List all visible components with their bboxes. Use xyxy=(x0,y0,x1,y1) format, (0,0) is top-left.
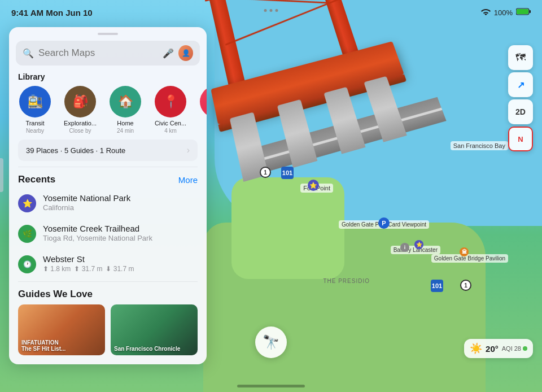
poi-fort-point[interactable]: ⭐ xyxy=(308,180,319,191)
recent-name-trail: Yosemite Creek Trailhead xyxy=(43,224,198,233)
library-label: Library xyxy=(9,66,207,86)
wifi-icon xyxy=(481,8,491,17)
explore-icon: 🎒 xyxy=(64,86,96,117)
home-sub: 24 min xyxy=(117,128,134,134)
directions-button[interactable]: ↗ xyxy=(508,72,533,97)
recent-icon-yosemite: ⭐ xyxy=(18,194,36,212)
mic-icon[interactable]: 🎤 xyxy=(163,48,174,59)
status-bar: 9:41 AM Mon Jun 10 100% xyxy=(0,0,542,25)
home-icon: 🏠 xyxy=(110,86,141,117)
guide-img-sf: San Francisco Chronicle xyxy=(111,304,198,355)
search-icon: 🔍 xyxy=(23,48,34,59)
dot-3 xyxy=(276,9,278,12)
guide-label-infatuation: INFATUATIONThe SF Hit List... xyxy=(21,339,65,352)
poi-battery[interactable]: ⭐ xyxy=(414,240,423,249)
recents-header: Recents More xyxy=(9,169,207,188)
guide-label-sf: San Francisco Chronicle xyxy=(114,346,180,352)
recent-meta-webster: ⬆ 1.8 km⬆ 31.7 m⬇ 31.7 m xyxy=(43,265,198,273)
drag-handle[interactable] xyxy=(98,33,118,35)
poi-parking[interactable]: P xyxy=(378,217,390,229)
status-right: 100% xyxy=(481,7,531,18)
civic-name: Civic Cen... xyxy=(155,120,186,127)
dot-2 xyxy=(270,9,273,12)
map-view-button[interactable]: 🗺 xyxy=(508,45,533,70)
poi-viewpoint[interactable]: i xyxy=(400,243,409,252)
recents-label: Recents xyxy=(18,174,55,185)
aqi-text: AQI 28 xyxy=(502,345,521,352)
battery-icon xyxy=(516,7,531,18)
svg-rect-1 xyxy=(530,10,531,13)
weather-icon: ☀️ xyxy=(470,342,482,355)
civic-icon: 📍 xyxy=(155,86,186,117)
aqi-dot xyxy=(523,346,527,351)
guides-section: Guides We Love INFATUATIONThe SF Hit Lis… xyxy=(9,284,207,358)
recent-name-yosemite: Yosemite National Park xyxy=(43,193,198,203)
home-name: Home xyxy=(117,120,133,127)
quick-action-transit[interactable]: 🚉 Transit Nearby xyxy=(16,86,54,134)
label-gg-pavilion: Golden Gate Bridge Pavilion xyxy=(431,254,508,263)
explore-name: Exploratio... xyxy=(64,120,97,127)
route1-shield: 1 xyxy=(460,280,471,291)
stats-chevron-icon: › xyxy=(187,145,190,155)
aqi-badge: AQI 28 xyxy=(502,345,527,352)
sidebar-panel: 🔍 🎤 👤 Library 🚉 Transit Nearby 🎒 Explora… xyxy=(9,27,207,364)
search-input[interactable] xyxy=(38,47,158,59)
recent-sub-yosemite: California xyxy=(43,203,198,212)
recent-icon-trail: 🌿 xyxy=(18,225,36,243)
weather-badge[interactable]: ☀️ 20° AQI 28 xyxy=(464,339,533,358)
quick-action-civic[interactable]: 📍 Civic Cen... 4 km xyxy=(151,86,190,134)
quick-action-more[interactable]: ＋ xyxy=(196,86,207,134)
dot-1 xyxy=(264,9,267,12)
recent-name-webster: Webster St xyxy=(43,254,198,264)
transit-name: Transit xyxy=(25,120,44,127)
quick-action-explore[interactable]: 🎒 Exploratio... Close by xyxy=(61,86,99,134)
top-dots xyxy=(264,9,278,12)
2d-view-button[interactable]: 2D xyxy=(508,99,533,124)
label-sf-bay: San Francisco Bay xyxy=(451,141,508,150)
home-indicator xyxy=(237,385,305,387)
map-controls: 🗺 ↗ 2D N xyxy=(508,45,533,151)
recent-item-yosemite-np[interactable]: ⭐ Yosemite National Park California xyxy=(9,188,207,218)
guide-img-infatuation: INFATUATIONThe SF Hit List... xyxy=(18,304,105,355)
recent-info-trail: Yosemite Creek Trailhead Tioga Rd, Yosem… xyxy=(43,224,198,242)
guide-card-sf-chronicle[interactable]: San Francisco Chronicle xyxy=(111,304,198,355)
recent-icon-webster: 🕐 xyxy=(18,255,36,273)
recent-item-webster[interactable]: 🕐 Webster St ⬆ 1.8 km⬆ 31.7 m⬇ 31.7 m xyxy=(9,249,207,279)
divider-2 xyxy=(18,281,198,282)
guide-card-infatuation[interactable]: INFATUATIONThe SF Hit List... xyxy=(18,304,105,355)
divider-1 xyxy=(18,167,198,167)
highway-shield-101-bottom: 101 xyxy=(431,280,443,292)
recents-more-link[interactable]: More xyxy=(178,175,198,185)
quick-action-home[interactable]: 🏠 Home 24 min xyxy=(106,86,145,134)
transit-icon: 🚉 xyxy=(19,86,51,117)
explore-sub: Close by xyxy=(69,128,91,134)
stats-row[interactable]: 39 Places · 5 Guides · 1 Route › xyxy=(18,140,198,161)
compass-button[interactable]: N xyxy=(508,127,533,151)
sidebar-edge[interactable] xyxy=(0,158,3,192)
recent-info-webster: Webster St ⬆ 1.8 km⬆ 31.7 m⬇ 31.7 m xyxy=(43,254,198,273)
label-presidio: THE PRESIDIO xyxy=(320,277,373,285)
poi-pavilion[interactable]: 🏛 xyxy=(460,247,469,256)
status-time: 9:41 AM Mon Jun 10 xyxy=(11,8,93,18)
recent-sub-trail: Tioga Rd, Yosemite National Park xyxy=(43,234,198,242)
route1-shield-top: 1 xyxy=(260,167,271,178)
svg-rect-2 xyxy=(517,9,528,14)
guides-label: Guides We Love xyxy=(18,289,198,300)
battery-percentage: 100% xyxy=(494,8,513,17)
civic-sub: 4 km xyxy=(164,128,177,134)
avatar[interactable]: 👤 xyxy=(178,45,193,61)
highway-shield-101-top: 101 xyxy=(281,167,294,179)
search-bar[interactable]: 🔍 🎤 👤 xyxy=(16,41,200,66)
more-icon: ＋ xyxy=(200,86,207,117)
transit-sub: Nearby xyxy=(26,128,44,134)
recent-info-yosemite: Yosemite National Park California xyxy=(43,193,198,212)
stats-text: 39 Places · 5 Guides · 1 Route xyxy=(26,146,125,155)
weather-temp: 20° xyxy=(486,344,499,354)
guides-row: INFATUATIONThe SF Hit List... San Franci… xyxy=(18,304,198,355)
recent-item-trailhead[interactable]: 🌿 Yosemite Creek Trailhead Tioga Rd, Yos… xyxy=(9,218,207,249)
look-around-button[interactable]: 🔭 xyxy=(255,326,287,358)
quick-actions-row: 🚉 Transit Nearby 🎒 Exploratio... Close b… xyxy=(9,86,207,134)
